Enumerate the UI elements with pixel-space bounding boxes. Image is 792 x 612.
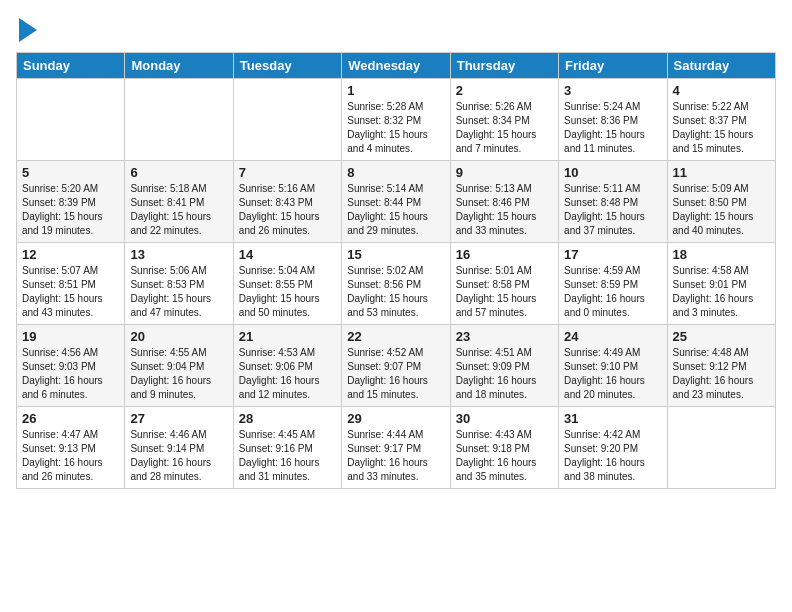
cell-info: Sunrise: 4:51 AM Sunset: 9:09 PM Dayligh… [456, 346, 553, 402]
header-monday: Monday [125, 53, 233, 79]
cell-info: Sunrise: 5:13 AM Sunset: 8:46 PM Dayligh… [456, 182, 553, 238]
cell-info: Sunrise: 4:46 AM Sunset: 9:14 PM Dayligh… [130, 428, 227, 484]
calendar-cell: 17Sunrise: 4:59 AM Sunset: 8:59 PM Dayli… [559, 243, 667, 325]
calendar-cell: 7Sunrise: 5:16 AM Sunset: 8:43 PM Daylig… [233, 161, 341, 243]
day-number: 23 [456, 329, 553, 344]
calendar-cell: 21Sunrise: 4:53 AM Sunset: 9:06 PM Dayli… [233, 325, 341, 407]
header-thursday: Thursday [450, 53, 558, 79]
calendar-cell: 1Sunrise: 5:28 AM Sunset: 8:32 PM Daylig… [342, 79, 450, 161]
header-saturday: Saturday [667, 53, 775, 79]
calendar-week-row: 19Sunrise: 4:56 AM Sunset: 9:03 PM Dayli… [17, 325, 776, 407]
calendar-cell: 28Sunrise: 4:45 AM Sunset: 9:16 PM Dayli… [233, 407, 341, 489]
cell-info: Sunrise: 5:24 AM Sunset: 8:36 PM Dayligh… [564, 100, 661, 156]
calendar-cell: 9Sunrise: 5:13 AM Sunset: 8:46 PM Daylig… [450, 161, 558, 243]
day-number: 14 [239, 247, 336, 262]
calendar-header-row: SundayMondayTuesdayWednesdayThursdayFrid… [17, 53, 776, 79]
header-wednesday: Wednesday [342, 53, 450, 79]
cell-info: Sunrise: 5:02 AM Sunset: 8:56 PM Dayligh… [347, 264, 444, 320]
calendar-cell [233, 79, 341, 161]
calendar-cell: 15Sunrise: 5:02 AM Sunset: 8:56 PM Dayli… [342, 243, 450, 325]
day-number: 17 [564, 247, 661, 262]
day-number: 13 [130, 247, 227, 262]
page-header [16, 16, 776, 42]
day-number: 22 [347, 329, 444, 344]
calendar-cell: 29Sunrise: 4:44 AM Sunset: 9:17 PM Dayli… [342, 407, 450, 489]
cell-info: Sunrise: 4:53 AM Sunset: 9:06 PM Dayligh… [239, 346, 336, 402]
cell-info: Sunrise: 5:26 AM Sunset: 8:34 PM Dayligh… [456, 100, 553, 156]
day-number: 28 [239, 411, 336, 426]
logo-arrow-icon [19, 18, 37, 42]
day-number: 19 [22, 329, 119, 344]
day-number: 20 [130, 329, 227, 344]
calendar-cell: 26Sunrise: 4:47 AM Sunset: 9:13 PM Dayli… [17, 407, 125, 489]
day-number: 21 [239, 329, 336, 344]
calendar-cell: 27Sunrise: 4:46 AM Sunset: 9:14 PM Dayli… [125, 407, 233, 489]
day-number: 16 [456, 247, 553, 262]
day-number: 5 [22, 165, 119, 180]
cell-info: Sunrise: 5:09 AM Sunset: 8:50 PM Dayligh… [673, 182, 770, 238]
cell-info: Sunrise: 5:04 AM Sunset: 8:55 PM Dayligh… [239, 264, 336, 320]
calendar-cell: 2Sunrise: 5:26 AM Sunset: 8:34 PM Daylig… [450, 79, 558, 161]
cell-info: Sunrise: 4:58 AM Sunset: 9:01 PM Dayligh… [673, 264, 770, 320]
day-number: 31 [564, 411, 661, 426]
cell-info: Sunrise: 4:49 AM Sunset: 9:10 PM Dayligh… [564, 346, 661, 402]
calendar-cell: 4Sunrise: 5:22 AM Sunset: 8:37 PM Daylig… [667, 79, 775, 161]
day-number: 2 [456, 83, 553, 98]
day-number: 11 [673, 165, 770, 180]
day-number: 12 [22, 247, 119, 262]
day-number: 26 [22, 411, 119, 426]
calendar-cell: 5Sunrise: 5:20 AM Sunset: 8:39 PM Daylig… [17, 161, 125, 243]
calendar-cell: 3Sunrise: 5:24 AM Sunset: 8:36 PM Daylig… [559, 79, 667, 161]
calendar-cell: 19Sunrise: 4:56 AM Sunset: 9:03 PM Dayli… [17, 325, 125, 407]
day-number: 25 [673, 329, 770, 344]
calendar-week-row: 5Sunrise: 5:20 AM Sunset: 8:39 PM Daylig… [17, 161, 776, 243]
day-number: 4 [673, 83, 770, 98]
calendar-cell [125, 79, 233, 161]
calendar-cell: 6Sunrise: 5:18 AM Sunset: 8:41 PM Daylig… [125, 161, 233, 243]
day-number: 8 [347, 165, 444, 180]
calendar-table: SundayMondayTuesdayWednesdayThursdayFrid… [16, 52, 776, 489]
calendar-cell: 12Sunrise: 5:07 AM Sunset: 8:51 PM Dayli… [17, 243, 125, 325]
calendar-cell: 25Sunrise: 4:48 AM Sunset: 9:12 PM Dayli… [667, 325, 775, 407]
cell-info: Sunrise: 5:18 AM Sunset: 8:41 PM Dayligh… [130, 182, 227, 238]
cell-info: Sunrise: 5:14 AM Sunset: 8:44 PM Dayligh… [347, 182, 444, 238]
calendar-cell: 22Sunrise: 4:52 AM Sunset: 9:07 PM Dayli… [342, 325, 450, 407]
header-friday: Friday [559, 53, 667, 79]
calendar-week-row: 12Sunrise: 5:07 AM Sunset: 8:51 PM Dayli… [17, 243, 776, 325]
cell-info: Sunrise: 5:11 AM Sunset: 8:48 PM Dayligh… [564, 182, 661, 238]
calendar-cell: 24Sunrise: 4:49 AM Sunset: 9:10 PM Dayli… [559, 325, 667, 407]
cell-info: Sunrise: 4:55 AM Sunset: 9:04 PM Dayligh… [130, 346, 227, 402]
calendar-cell: 8Sunrise: 5:14 AM Sunset: 8:44 PM Daylig… [342, 161, 450, 243]
logo [16, 16, 37, 42]
day-number: 29 [347, 411, 444, 426]
header-sunday: Sunday [17, 53, 125, 79]
cell-info: Sunrise: 4:48 AM Sunset: 9:12 PM Dayligh… [673, 346, 770, 402]
cell-info: Sunrise: 5:06 AM Sunset: 8:53 PM Dayligh… [130, 264, 227, 320]
cell-info: Sunrise: 4:42 AM Sunset: 9:20 PM Dayligh… [564, 428, 661, 484]
cell-info: Sunrise: 4:47 AM Sunset: 9:13 PM Dayligh… [22, 428, 119, 484]
calendar-cell: 10Sunrise: 5:11 AM Sunset: 8:48 PM Dayli… [559, 161, 667, 243]
day-number: 7 [239, 165, 336, 180]
cell-info: Sunrise: 5:07 AM Sunset: 8:51 PM Dayligh… [22, 264, 119, 320]
cell-info: Sunrise: 4:43 AM Sunset: 9:18 PM Dayligh… [456, 428, 553, 484]
cell-info: Sunrise: 5:01 AM Sunset: 8:58 PM Dayligh… [456, 264, 553, 320]
calendar-cell: 31Sunrise: 4:42 AM Sunset: 9:20 PM Dayli… [559, 407, 667, 489]
cell-info: Sunrise: 5:28 AM Sunset: 8:32 PM Dayligh… [347, 100, 444, 156]
cell-info: Sunrise: 4:52 AM Sunset: 9:07 PM Dayligh… [347, 346, 444, 402]
calendar-cell: 11Sunrise: 5:09 AM Sunset: 8:50 PM Dayli… [667, 161, 775, 243]
day-number: 1 [347, 83, 444, 98]
cell-info: Sunrise: 4:44 AM Sunset: 9:17 PM Dayligh… [347, 428, 444, 484]
cell-info: Sunrise: 5:20 AM Sunset: 8:39 PM Dayligh… [22, 182, 119, 238]
cell-info: Sunrise: 4:56 AM Sunset: 9:03 PM Dayligh… [22, 346, 119, 402]
day-number: 6 [130, 165, 227, 180]
cell-info: Sunrise: 5:16 AM Sunset: 8:43 PM Dayligh… [239, 182, 336, 238]
calendar-week-row: 26Sunrise: 4:47 AM Sunset: 9:13 PM Dayli… [17, 407, 776, 489]
calendar-cell: 13Sunrise: 5:06 AM Sunset: 8:53 PM Dayli… [125, 243, 233, 325]
calendar-cell: 14Sunrise: 5:04 AM Sunset: 8:55 PM Dayli… [233, 243, 341, 325]
calendar-cell: 16Sunrise: 5:01 AM Sunset: 8:58 PM Dayli… [450, 243, 558, 325]
calendar-cell: 18Sunrise: 4:58 AM Sunset: 9:01 PM Dayli… [667, 243, 775, 325]
day-number: 15 [347, 247, 444, 262]
calendar-cell: 23Sunrise: 4:51 AM Sunset: 9:09 PM Dayli… [450, 325, 558, 407]
cell-info: Sunrise: 5:22 AM Sunset: 8:37 PM Dayligh… [673, 100, 770, 156]
day-number: 18 [673, 247, 770, 262]
